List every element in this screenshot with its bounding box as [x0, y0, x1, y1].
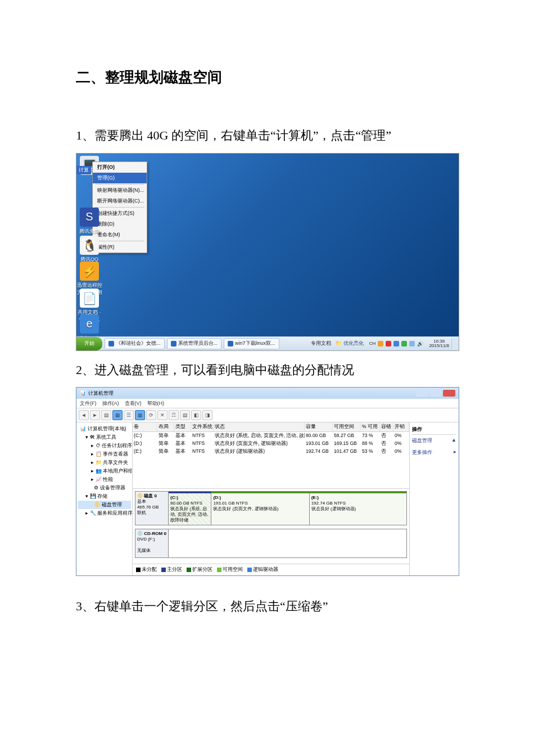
col-cap[interactable]: 容量: [305, 422, 333, 431]
tree-event-viewer[interactable]: ▸ 📋 事件查看器: [78, 450, 131, 458]
col-status[interactable]: 状态: [214, 422, 305, 431]
system-tray: CH 🔊: [366, 341, 427, 346]
show-desktop[interactable]: [451, 338, 459, 349]
menu-action[interactable]: 操作(A): [102, 400, 119, 407]
menu-help[interactable]: 帮助(H): [147, 400, 165, 407]
volume-row[interactable]: (D:)简单基本NTFS状态良好 (页面文件, 逻辑驱动器)193.01 GB1…: [133, 440, 409, 448]
toolbar-icon[interactable]: ◧: [191, 410, 201, 420]
actions-pane: 操作 磁盘管理▲ 更多操作▸: [410, 422, 459, 575]
cd-rom-header[interactable]: 💿 CD-ROM 0 DVD (F:) 无媒体: [135, 529, 169, 557]
taskbar: 开始 《和谐社会》女德... 系统管理员后台... win7下载linux双..…: [76, 336, 459, 350]
taskbar-docs[interactable]: 专用文档: [309, 340, 333, 347]
tree-system-tools[interactable]: ▾ 🛠 系统工具: [78, 433, 131, 442]
s-icon[interactable]: S: [80, 208, 99, 227]
start-button[interactable]: 开始: [76, 337, 102, 350]
cd-rom-0: 💿 CD-ROM 0 DVD (F:) 无媒体: [135, 529, 407, 558]
tree-disk-mgmt[interactable]: 📀 磁盘管理: [78, 501, 131, 509]
partition-d[interactable]: (D:) 193.01 GB NTFS 状态良好 (页面文件, 逻辑驱动器): [211, 492, 309, 525]
col-layout[interactable]: 布局: [157, 422, 174, 431]
disk-map: 📀 磁盘 0 基本 465.76 GB 联机 (C:) 80.00 GB NTF…: [133, 488, 409, 564]
section-heading: 二、整理规划磁盘空间: [76, 68, 458, 87]
ime-indicator[interactable]: CH: [369, 341, 376, 346]
partition-e[interactable]: (E:) 192.74 GB NTFS 状态良好 (逻辑驱动器): [310, 492, 406, 525]
col-fs[interactable]: 文件系统: [191, 422, 214, 431]
taskbar-opt[interactable]: 📁 优化亮化: [333, 340, 366, 347]
ctx-manage[interactable]: 管理(G): [93, 173, 147, 183]
col-pct[interactable]: % 可用: [361, 422, 380, 431]
toolbar-icon[interactable]: ▦: [112, 410, 123, 420]
tree-scheduler[interactable]: ▸ ⏱ 任务计划程序: [78, 442, 131, 450]
actions-disk-mgmt[interactable]: 磁盘管理▲: [412, 435, 456, 447]
legend: 未分配 主分区 扩展分区 可用空间 逻辑驱动器: [133, 564, 409, 575]
close-button[interactable]: [443, 390, 455, 397]
step-3-text: 3、右键单击一个逻辑分区，然后点击“压缩卷”: [76, 593, 458, 620]
minimize-button[interactable]: [416, 390, 428, 397]
toolbar-icon[interactable]: ▦: [135, 410, 145, 420]
window-titlebar: 📊计算机管理: [76, 388, 459, 399]
nav-tree: 📊 计算机管理(本地) ▾ 🛠 系统工具 ▸ ⏱ 任务计划程序 ▸ 📋 事件查看…: [76, 422, 133, 575]
col-fault[interactable]: 容错: [380, 422, 393, 431]
toolbar: ◄ ► ▤ ▦ ☰ ▦ ⟳ ✕ ☶ ▤ ◧ ◨: [76, 408, 459, 422]
tray-icon[interactable]: [386, 341, 391, 346]
disk-0: 📀 磁盘 0 基本 465.76 GB 联机 (C:) 80.00 GB NTF…: [135, 491, 407, 525]
app-icon: 📊: [80, 390, 86, 396]
actions-more[interactable]: 更多操作▸: [412, 447, 456, 458]
step-1-text: 1、需要腾出 40G 的空间，右键单击“计算机”，点击“管理”: [76, 121, 458, 151]
delete-icon[interactable]: ✕: [157, 410, 168, 420]
col-volume[interactable]: 卷: [133, 422, 157, 431]
screenshot-desktop: 🖥️ 计算 打开(O) 管理(G) 映射网络驱动器(N)... 断开网络驱动器(…: [76, 153, 459, 351]
col-oh[interactable]: 开销: [393, 422, 409, 431]
screenshot-disk-management: 📊计算机管理 文件(F) 操作(A) 查看(V) 帮助(H) ◄ ► ▤ ▦ ☰…: [76, 387, 459, 576]
disk-list-panel: 卷 布局 类型 文件系统 状态 容量 可用空间 % 可用 容错 开销 (C:)简…: [133, 422, 410, 575]
toolbar-icon[interactable]: ▤: [101, 410, 111, 420]
disk-0-header[interactable]: 📀 磁盘 0 基本 465.76 GB 联机: [135, 492, 169, 525]
window-title: 计算机管理: [88, 390, 114, 397]
volume-row[interactable]: (C:)简单基本NTFS状态良好 (系统, 启动, 页面文件, 活动, 故障转储…: [133, 432, 409, 440]
maximize-button[interactable]: [429, 390, 442, 397]
tree-storage[interactable]: ▾ 💾 存储: [78, 492, 131, 501]
toolbar-icon[interactable]: ☰: [124, 410, 134, 420]
computer-label: 计算: [76, 166, 91, 174]
ie-icon[interactable]: e: [80, 314, 99, 334]
col-free[interactable]: 可用空间: [333, 422, 361, 431]
ctx-map-drive[interactable]: 映射网络驱动器(N)...: [93, 185, 147, 196]
toolbar-icon[interactable]: ▤: [180, 410, 190, 420]
clock[interactable]: 16:38 2015/11/8: [427, 339, 451, 348]
tray-icon[interactable]: [393, 341, 399, 346]
partition-c[interactable]: (C:) 80.00 GB NTFS 状态良好 (系统, 启动, 页面文件, 活…: [169, 492, 211, 525]
nav-fwd-icon[interactable]: ►: [90, 410, 100, 420]
nav-back-icon[interactable]: ◄: [79, 410, 89, 420]
ctx-open[interactable]: 打开(O): [93, 162, 147, 173]
tree-users[interactable]: ▸ 👥 本地用户和组: [78, 467, 131, 475]
tray-icon[interactable]: [401, 341, 407, 346]
refresh-icon[interactable]: ⟳: [146, 410, 156, 420]
col-type[interactable]: 类型: [174, 422, 191, 431]
actions-header: 操作: [412, 425, 456, 435]
taskbar-app-2[interactable]: 系统管理员后台...: [167, 338, 222, 349]
menu-file[interactable]: 文件(F): [80, 400, 97, 407]
menu-bar: 文件(F) 操作(A) 查看(V) 帮助(H): [76, 399, 459, 408]
tray-icon[interactable]: [378, 341, 383, 346]
cd-empty: [169, 529, 406, 557]
taskbar-app-1[interactable]: 《和谐社会》女德...: [105, 338, 165, 349]
volume-columns: 卷 布局 类型 文件系统 状态 容量 可用空间 % 可用 容错 开销: [133, 422, 409, 432]
ctx-disconnect-drive[interactable]: 断开网络驱动器(C)...: [93, 196, 147, 206]
volume-icon[interactable]: 🔊: [417, 341, 423, 346]
menu-view[interactable]: 查看(V): [125, 400, 142, 407]
thunder-icon[interactable]: ⚡: [80, 262, 99, 281]
toolbar-icon[interactable]: ☶: [169, 410, 179, 420]
volume-row[interactable]: (E:)简单基本NTFS状态良好 (逻辑驱动器)192.74 GB101.47 …: [133, 448, 409, 456]
docs-icon[interactable]: 📄: [80, 289, 99, 308]
toolbar-icon[interactable]: ◨: [202, 410, 212, 420]
tree-shared[interactable]: ▸ 📁 共享文件夹: [78, 458, 131, 467]
taskbar-app-3[interactable]: win7下载linux双...: [224, 338, 279, 349]
qq-icon[interactable]: 🐧: [80, 236, 99, 255]
tree-devices[interactable]: ⚙ 设备管理器: [78, 484, 131, 492]
tree-services[interactable]: ▸ 🔧 服务和应用程序: [78, 509, 131, 518]
tray-icon[interactable]: [409, 341, 415, 346]
step-2-text: 2、进入磁盘管理，可以看到电脑中磁盘的分配情况: [76, 357, 458, 384]
tree-root[interactable]: 📊 计算机管理(本地): [78, 425, 131, 433]
tree-perf[interactable]: ▸ 📈 性能: [78, 475, 131, 484]
